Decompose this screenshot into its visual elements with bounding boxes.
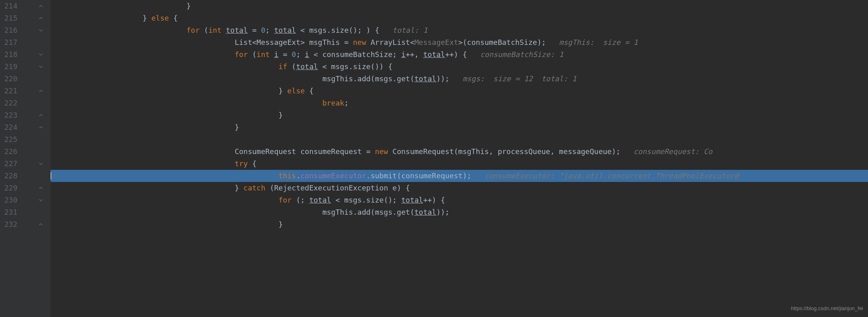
- breakpoint-slot[interactable]: [22, 218, 34, 230]
- fold-slot[interactable]: [34, 194, 51, 206]
- code-line[interactable]: for (int total = 0; total < msgs.size();…: [51, 24, 868, 36]
- fold-close-icon[interactable]: [38, 222, 43, 227]
- line-number[interactable]: 224: [0, 121, 17, 133]
- line-number[interactable]: 216: [0, 24, 17, 36]
- fold-slot[interactable]: [34, 158, 51, 170]
- fold-slot[interactable]: [34, 0, 51, 12]
- code-line[interactable]: ConsumeRequest consumeRequest = new Cons…: [51, 146, 868, 158]
- breakpoint-slot[interactable]: [22, 0, 34, 12]
- fold-slot[interactable]: [34, 12, 51, 24]
- fold-open-icon[interactable]: [38, 161, 43, 166]
- token-hint: consumeBatchSize: 1: [480, 50, 563, 59]
- fold-slot[interactable]: [34, 73, 51, 85]
- code-line[interactable]: this.consumeExecutor.submit(consumeReque…: [51, 170, 868, 182]
- breakpoint-slot[interactable]: [22, 49, 34, 61]
- code-line[interactable]: if (total < msgs.size()) {: [51, 61, 868, 73]
- breakpoint-slot[interactable]: [22, 146, 34, 158]
- breakpoint-slot[interactable]: [22, 194, 34, 206]
- line-number-gutter[interactable]: 2142152162172182192202212222232242252262…: [0, 0, 22, 317]
- fold-slot[interactable]: [34, 36, 51, 49]
- line-number[interactable]: 217: [0, 36, 17, 49]
- fold-open-icon[interactable]: [38, 52, 43, 57]
- line-number[interactable]: 214: [0, 0, 17, 12]
- fold-gutter[interactable]: [34, 0, 51, 317]
- line-number[interactable]: 218: [0, 49, 17, 61]
- fold-slot[interactable]: [34, 109, 51, 121]
- code-line[interactable]: for (; total < msgs.size(); total++) {: [51, 194, 868, 206]
- fold-slot[interactable]: [34, 146, 51, 158]
- fold-open-icon[interactable]: [38, 64, 43, 69]
- breakpoint-slot[interactable]: [22, 61, 34, 73]
- breakpoint-slot[interactable]: [22, 109, 34, 121]
- code-line[interactable]: try {: [51, 158, 868, 170]
- line-number[interactable]: 222: [0, 97, 17, 109]
- token-field: consumeExecutor: [301, 171, 366, 180]
- fold-slot[interactable]: [34, 61, 51, 73]
- code-line[interactable]: } else {: [51, 85, 868, 97]
- fold-close-icon[interactable]: [38, 113, 43, 118]
- breakpoint-slot[interactable]: [22, 170, 34, 182]
- line-number[interactable]: 225: [0, 133, 17, 146]
- code-line[interactable]: List<MessageExt> msgThis = new ArrayList…: [51, 36, 868, 49]
- breakpoint-slot[interactable]: [22, 12, 34, 24]
- line-number[interactable]: 220: [0, 73, 17, 85]
- breakpoint-slot[interactable]: [22, 206, 34, 218]
- fold-slot[interactable]: [34, 218, 51, 230]
- fold-slot[interactable]: [34, 182, 51, 194]
- code-line[interactable]: msgThis.add(msgs.get(total)); msgs: size…: [51, 73, 868, 85]
- code-line[interactable]: }: [51, 218, 868, 230]
- line-number[interactable]: 223: [0, 109, 17, 121]
- line-number[interactable]: 232: [0, 218, 17, 230]
- fold-open-icon[interactable]: [38, 198, 43, 203]
- code-line[interactable]: for (int i = 0; i < consumeBatchSize; i+…: [51, 49, 868, 61]
- fold-close-icon[interactable]: [38, 125, 43, 130]
- fold-close-icon[interactable]: [38, 186, 43, 190]
- line-number[interactable]: 230: [0, 194, 17, 206]
- breakpoint-slot[interactable]: [22, 73, 34, 85]
- fold-close-icon[interactable]: [38, 4, 43, 8]
- fold-slot[interactable]: [34, 24, 51, 36]
- fold-slot[interactable]: [34, 170, 51, 182]
- token-plain: (RejectedExecutionException e) {: [270, 184, 410, 192]
- breakpoint-slot[interactable]: [22, 158, 34, 170]
- fold-slot[interactable]: [34, 97, 51, 109]
- line-number[interactable]: 215: [0, 12, 17, 24]
- fold-close-icon[interactable]: [38, 16, 43, 21]
- code-line[interactable]: }: [51, 0, 868, 12]
- breakpoint-slot[interactable]: [22, 121, 34, 133]
- fold-slot[interactable]: [34, 121, 51, 133]
- code-area[interactable]: } } else { for (int total = 0; total < m…: [51, 0, 868, 317]
- fold-slot[interactable]: [34, 49, 51, 61]
- fold-slot[interactable]: [34, 133, 51, 146]
- fold-slot[interactable]: [34, 85, 51, 97]
- line-number[interactable]: 228: [0, 170, 17, 182]
- code-line[interactable]: } else {: [51, 12, 868, 24]
- breakpoint-slot[interactable]: [22, 24, 34, 36]
- code-line[interactable]: msgThis.add(msgs.get(total));: [51, 206, 868, 218]
- breakpoint-slot[interactable]: [22, 182, 34, 194]
- breakpoint-slot[interactable]: [22, 133, 34, 146]
- token-param: i: [401, 50, 406, 59]
- line-number[interactable]: 221: [0, 85, 17, 97]
- fold-close-icon[interactable]: [38, 89, 43, 93]
- token-plain: (;: [296, 196, 309, 204]
- code-line[interactable]: }: [51, 121, 868, 133]
- line-number[interactable]: 229: [0, 182, 17, 194]
- code-line[interactable]: [51, 133, 868, 146]
- code-line[interactable]: break;: [51, 97, 868, 109]
- line-number[interactable]: 231: [0, 206, 17, 218]
- fold-slot[interactable]: [34, 206, 51, 218]
- line-number[interactable]: 226: [0, 146, 17, 158]
- line-number[interactable]: 219: [0, 61, 17, 73]
- token-plain: ;: [296, 50, 305, 59]
- token-kw: else: [151, 14, 173, 22]
- token-plain: }: [279, 111, 283, 119]
- breakpoint-slot[interactable]: [22, 85, 34, 97]
- breakpoint-slot[interactable]: [22, 97, 34, 109]
- breakpoint-slot[interactable]: [22, 36, 34, 49]
- line-number[interactable]: 227: [0, 158, 17, 170]
- code-line[interactable]: } catch (RejectedExecutionException e) {: [51, 182, 868, 194]
- breakpoint-gutter[interactable]: [22, 0, 34, 317]
- fold-open-icon[interactable]: [38, 28, 43, 33]
- code-line[interactable]: }: [51, 109, 868, 121]
